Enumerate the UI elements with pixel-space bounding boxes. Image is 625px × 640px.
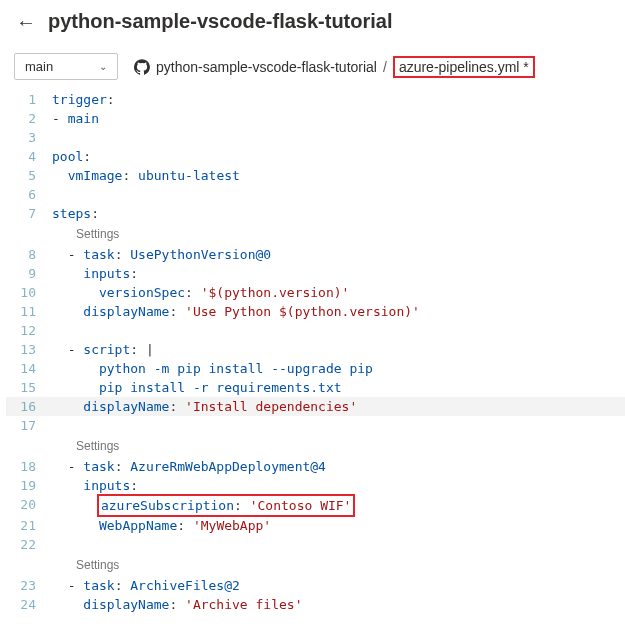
line-number: 22 [6,535,50,554]
line-number: 5 [6,166,50,185]
line-number: 14 [6,359,50,378]
line-number: 21 [6,516,50,535]
page-title: python-sample-vscode-flask-tutorial [48,10,393,33]
line-number: 23 [6,576,50,595]
breadcrumb-file[interactable]: azure-pipelines.yml * [393,56,535,78]
line-number: 12 [6,321,50,340]
line-number: 1 [6,90,50,109]
line-number: 9 [6,264,50,283]
codelens-settings[interactable]: Settings [52,437,119,456]
code-editor[interactable]: 1trigger: 2- main 3 4pool: 5 vmImage: ub… [6,90,625,614]
breadcrumb-repo[interactable]: python-sample-vscode-flask-tutorial [156,59,377,75]
back-arrow-icon[interactable]: ← [16,12,36,32]
codelens-settings[interactable]: Settings [52,225,119,244]
branch-name: main [25,59,53,74]
line-number: 3 [6,128,50,147]
line-number: 13 [6,340,50,359]
line-number: 6 [6,185,50,204]
line-number: 24 [6,595,50,614]
line-number: 18 [6,457,50,476]
line-number: 8 [6,245,50,264]
line-number: 16 [6,397,50,416]
line-number: 15 [6,378,50,397]
codelens-settings[interactable]: Settings [52,556,119,575]
github-icon [134,59,150,75]
line-number: 7 [6,204,50,223]
line-number: 4 [6,147,50,166]
line-number: 11 [6,302,50,321]
breadcrumb: python-sample-vscode-flask-tutorial / az… [134,56,535,78]
line-number: 2 [6,109,50,128]
breadcrumb-separator: / [383,59,387,75]
line-number: 10 [6,283,50,302]
chevron-down-icon: ⌄ [99,61,107,72]
highlight-box: azureSubscription: 'Contoso WIF' [97,494,355,517]
line-number: 20 [6,495,50,514]
branch-selector[interactable]: main ⌄ [14,53,118,80]
line-number: 17 [6,416,50,435]
line-number: 19 [6,476,50,495]
